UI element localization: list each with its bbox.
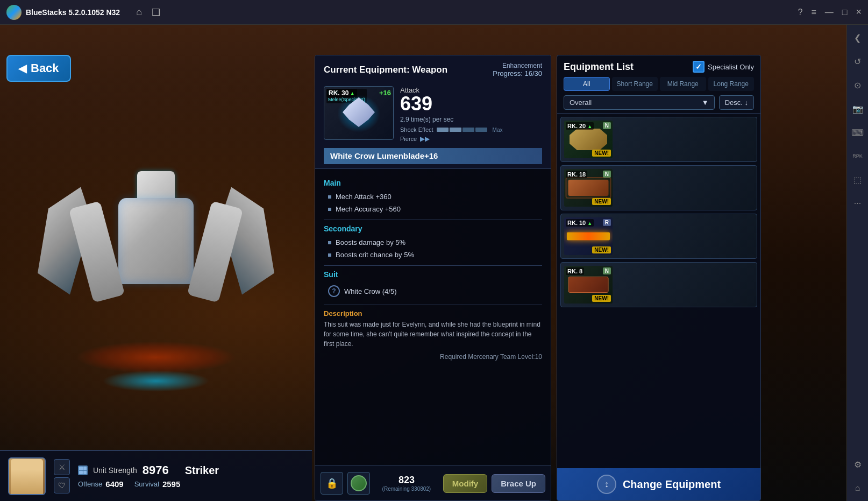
enhancement-label: Enhancement — [493, 62, 542, 69]
platform-glow — [75, 341, 237, 373]
item-rank-3: RK. 10 ▲ — [566, 219, 594, 227]
modify-button[interactable]: Modify — [443, 474, 487, 493]
equipment-list-item[interactable]: RK. 18 N NEW! — [560, 165, 757, 210]
equipment-title: Current Equipment: Weapon — [324, 65, 447, 75]
change-equipment-button[interactable]: ↕ Change Equipment — [557, 468, 760, 500]
equipment-list-panel: Equipment List ✓ Specialist Only All Sho… — [557, 55, 761, 501]
more-options-icon[interactable]: ··· — [850, 196, 865, 211]
item-rank-arrow-1: ▲ — [587, 124, 592, 129]
secondary-section-title: Secondary — [324, 224, 542, 233]
filter-dropdown[interactable]: Overall ▼ — [564, 95, 715, 110]
equipment-list-header: Equipment List ✓ Specialist Only All Sho… — [557, 55, 760, 114]
stat-text-4: Boosts crit chance by 5% — [336, 251, 414, 259]
bullet-2 — [328, 208, 331, 211]
tab-long-range[interactable]: Long Range — [708, 77, 755, 91]
suit-question-icon[interactable]: ? — [328, 285, 340, 297]
currency-value: 823 — [374, 475, 439, 486]
item-art-chainsaw2 — [568, 277, 609, 293]
unit-strength-row: Unit Strength 8976 Striker — [78, 463, 304, 477]
tab-all[interactable]: All — [564, 77, 610, 91]
unit-strength-label: Unit Strength — [93, 466, 137, 475]
weapon-stats: Attack 639 2.9 time(s) per sec Shock Eff… — [400, 86, 542, 143]
suit-section-title: Suit — [324, 270, 542, 279]
equipment-list-item[interactable]: RK. 20 ▲ N NEW! — [560, 117, 757, 162]
attack-value: 639 — [400, 94, 542, 114]
stat-item-4: Boosts crit chance by 5% — [324, 249, 542, 261]
equipment-panel: Current Equipment: Weapon Enhancement Pr… — [315, 55, 551, 501]
close-button[interactable]: × — [856, 6, 862, 18]
stat-item-2: Mech Accuracy +560 — [324, 203, 542, 215]
stat-item-1: Mech Attack +360 — [324, 190, 542, 203]
arrow-expand-icon[interactable]: ❮ — [850, 30, 865, 45]
description-text: This suit was made just for Evelynn, and… — [324, 320, 542, 349]
back-button[interactable]: ◀ Back — [6, 55, 71, 82]
back-label: Back — [31, 61, 59, 75]
avatar-face — [11, 459, 43, 494]
item-image-4: RK. 8 N NEW! — [564, 266, 613, 304]
mech-torso — [118, 198, 194, 284]
currency-icon-button[interactable] — [347, 472, 370, 495]
screenshot-icon[interactable]: 📷 — [850, 101, 865, 116]
layers-icon[interactable]: ❑ — [152, 6, 160, 18]
item-weapon-art-3 — [567, 232, 610, 241]
equipment-body: Main Mech Attack +360 Mech Accuracy +560… — [315, 169, 551, 463]
home-icon[interactable]: ⌂ — [136, 6, 142, 18]
combat-icons: ⚔ 🛡 — [54, 459, 70, 493]
sort-desc-button[interactable]: Desc. ↓ — [719, 95, 754, 110]
lock-button[interactable]: 🔒 — [321, 472, 343, 495]
bullet-3 — [328, 241, 331, 244]
tab-mid-range[interactable]: Mid Range — [660, 77, 706, 91]
equipment-header: Current Equipment: Weapon Enhancement Pr… — [315, 55, 551, 169]
menu-icon[interactable]: ≡ — [811, 8, 816, 17]
app-title: BlueStacks 5.2.0.1052 N32 — [26, 8, 120, 17]
toggle-checkbox[interactable]: ✓ — [693, 61, 705, 73]
enhancement-value: Progress: 16/30 — [493, 69, 542, 77]
bullet-1 — [328, 195, 331, 199]
offense-value: 6409 — [105, 479, 123, 489]
item-weapon-art-1 — [570, 129, 607, 150]
settings-rotate-icon[interactable]: ⊙ — [850, 77, 865, 93]
item-new-badge-4: NEW! — [592, 295, 611, 302]
item-rarity-badge-1: N — [603, 122, 611, 129]
bluestacks-logo — [6, 5, 22, 20]
equipment-list-item[interactable]: RK. 8 N NEW! — [560, 262, 757, 307]
combat-shield-icon[interactable]: 🛡 — [54, 477, 70, 493]
gear-icon[interactable]: ⚙ — [850, 457, 865, 472]
tab-short-range[interactable]: Short Range — [612, 77, 658, 91]
change-equipment-label: Change Equipment — [623, 478, 721, 491]
item-rarity-badge-2: N — [603, 171, 611, 178]
attack-rate: 2.9 time(s) per sec — [400, 116, 542, 123]
home-bottom-icon[interactable]: ⌂ — [850, 481, 865, 496]
character-area — [0, 50, 312, 447]
equipment-list-item[interactable]: RK. 10 ▲ R NEW! — [560, 214, 757, 259]
maximize-button[interactable]: □ — [842, 8, 848, 17]
item-new-badge-2: NEW! — [592, 198, 611, 205]
puzzle-icon[interactable]: ⬚ — [850, 172, 865, 187]
minimize-button[interactable]: — — [825, 8, 834, 17]
item-image-3: RK. 10 ▲ R NEW! — [564, 217, 613, 255]
combat-weapon-icon[interactable]: ⚔ — [54, 459, 70, 475]
shock-label: Shock Effect — [400, 126, 433, 133]
suit-row: ? White Crow (4/5) — [324, 282, 542, 300]
game-area: ◀ Back ⚔ 🛡 Unit Strength 8976 Striker — [0, 25, 846, 501]
keyboard-icon[interactable]: ⌨ — [850, 125, 865, 140]
survival-label: Survival — [134, 480, 159, 488]
braceup-button[interactable]: Brace Up — [492, 474, 545, 493]
rpk-icon[interactable]: RPK — [850, 149, 865, 164]
character-avatar — [8, 457, 46, 495]
item-weapon-art-4 — [568, 277, 609, 293]
range-tabs: All Short Range Mid Range Long Range — [564, 77, 754, 91]
unit-strength-value: 8976 — [143, 463, 169, 477]
help-icon[interactable]: ? — [798, 8, 803, 17]
mech-glow — [102, 370, 210, 392]
offense-stat: Offense 6409 — [78, 479, 124, 489]
item-rarity-badge-4: N — [603, 267, 611, 274]
specialist-only-toggle[interactable]: ✓ Specialist Only — [693, 61, 754, 73]
item-art-sword — [567, 232, 610, 241]
item-art-chainsaw — [568, 180, 609, 196]
refresh-icon[interactable]: ↺ — [850, 54, 865, 69]
filter-row: Overall ▼ Desc. ↓ — [564, 95, 754, 110]
equipment-list-title-row: Equipment List ✓ Specialist Only — [564, 61, 754, 73]
stat-text-2: Mech Accuracy +560 — [336, 205, 401, 213]
status-bar: ⚔ 🛡 Unit Strength 8976 Striker Offense 6… — [0, 450, 312, 501]
